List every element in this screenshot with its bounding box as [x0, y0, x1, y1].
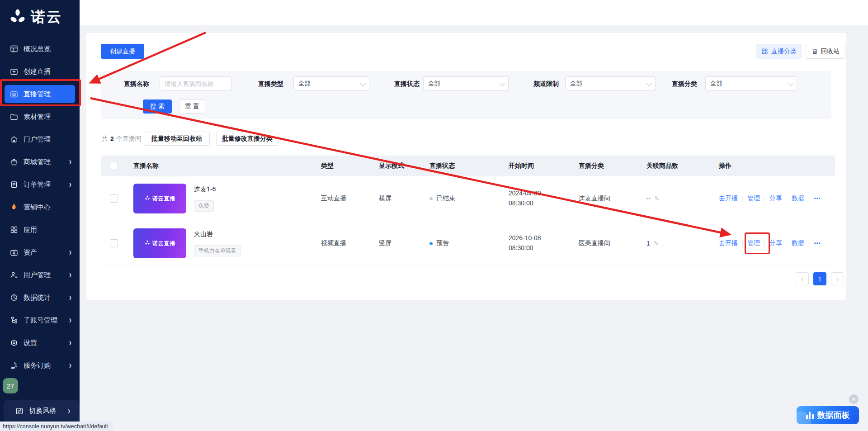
sidebar-item-overview[interactable]: 概况总览 — [5, 40, 75, 58]
live-category-button[interactable]: 直播分类 — [756, 44, 802, 59]
sidebar: 诺云 概况总览创建直播直播管理素材管理门户管理商城管理›订单管理›营销中心应用资… — [0, 0, 80, 431]
sidebar-item-material-manage[interactable]: 素材管理 — [5, 108, 75, 126]
channel-limit-select[interactable]: 全部 — [565, 76, 656, 91]
display-mode: 横屏 — [379, 194, 429, 203]
app-logo[interactable]: 诺云 — [8, 7, 62, 27]
recycle-bin-button[interactable]: 回收站 — [806, 44, 845, 59]
display-mode: 竖屏 — [379, 239, 429, 247]
sidebar-item-portal-manage[interactable]: 门户管理 — [5, 130, 75, 148]
live-status-value: 全部 — [428, 80, 440, 88]
sidebar-item-label: 商城管理 — [24, 158, 51, 166]
create-live-button[interactable]: 创建直播 — [101, 44, 144, 59]
table-header: 直播名称 类型 显示模式 直播状态 开始时间 直播分类 关联商品数 操作 — [101, 156, 835, 176]
live-category: 连麦直播间 — [579, 194, 646, 203]
row-checkbox[interactable] — [110, 194, 118, 203]
sidebar-item-settings[interactable]: 设置› — [5, 334, 75, 352]
category-grid-icon — [761, 48, 768, 55]
chevron-right-icon: › — [69, 156, 71, 167]
sidebar-item-create-live[interactable]: 创建直播 — [5, 62, 75, 81]
sidebar-item-apps[interactable]: 应用 — [5, 221, 75, 239]
chevron-down-icon — [788, 80, 794, 86]
switch-style-label: 切换风格 — [29, 407, 56, 415]
sidebar-item-live-manage[interactable]: 直播管理 — [5, 85, 75, 103]
action-share[interactable]: 分享 — [769, 239, 782, 247]
overview-icon — [10, 45, 18, 53]
live-name-input[interactable] — [160, 76, 232, 91]
sidebar-item-order-manage[interactable]: 订单管理› — [5, 175, 75, 194]
live-status: 预告 — [436, 239, 449, 247]
sidebar-item-switch-style[interactable]: 切换风格 › — [4, 400, 80, 422]
action-manage[interactable]: 管理 — [747, 194, 760, 203]
live-category-select[interactable]: 全部 — [705, 76, 797, 91]
page: 诺云 概况总览创建直播直播管理素材管理门户管理商城管理›订单管理›营销中心应用资… — [0, 0, 868, 431]
sidebar-item-marketing-center[interactable]: 营销中心 — [5, 198, 75, 216]
more-actions-icon[interactable]: ⋯ — [814, 194, 821, 203]
sidebar-green-badge[interactable]: 27 — [3, 378, 18, 393]
sidebar-item-subaccount-manage[interactable]: 子账号管理› — [5, 311, 75, 329]
action-share[interactable]: 分享 — [769, 194, 782, 203]
next-page-button[interactable]: › — [831, 272, 844, 285]
action-open-live[interactable]: 去开播 — [719, 239, 738, 247]
top-header — [80, 0, 868, 25]
product-count: 1 — [646, 240, 650, 247]
live-tag: 免费 — [194, 200, 214, 212]
action-open-live[interactable]: 去开播 — [719, 194, 738, 203]
batch-move-recycle-button[interactable]: 批量移动至回收站 — [144, 132, 210, 146]
sidebar-item-assets[interactable]: 资产› — [5, 243, 75, 261]
logo-text: 诺云 — [31, 7, 62, 27]
product-count: -- — [646, 195, 651, 202]
total-count: 2 — [110, 135, 114, 142]
prev-page-button[interactable]: ‹ — [796, 272, 809, 285]
status-dot — [429, 197, 433, 200]
service-order-icon — [10, 361, 18, 369]
action-manage[interactable]: 管理 — [747, 239, 760, 247]
action-data[interactable]: 数据 — [792, 239, 804, 247]
row-checkbox[interactable] — [110, 239, 118, 247]
action-data[interactable]: 数据 — [792, 194, 804, 203]
reset-button[interactable]: 重 置 — [179, 99, 205, 114]
create-live-icon — [10, 67, 18, 76]
sidebar-item-user-manage[interactable]: 用户管理› — [5, 266, 75, 284]
data-panel-button[interactable]: 数据面板 — [797, 406, 859, 424]
chevron-right-icon: › — [69, 246, 71, 258]
live-tag: 手机白名单观看 — [194, 245, 241, 256]
sidebar-item-label: 数据统计 — [24, 294, 51, 302]
live-type: 互动直播 — [321, 194, 379, 203]
select-all-checkbox[interactable] — [110, 162, 118, 170]
sidebar-item-service-order[interactable]: 服务订购› — [5, 356, 75, 374]
live-thumbnail: 诺云直播 — [133, 228, 186, 258]
live-category-filter-label: 直播分类 — [672, 76, 697, 91]
edit-icon[interactable]: ✎ — [654, 195, 660, 202]
material-manage-icon — [10, 113, 18, 121]
thumb-logo-text: 诺云直播 — [152, 195, 176, 203]
sidebar-item-label: 创建直播 — [24, 67, 51, 76]
live-category: 医美直播间 — [579, 239, 646, 247]
sidebar-item-mall-manage[interactable]: 商城管理› — [5, 153, 75, 171]
edit-icon[interactable]: ✎ — [654, 240, 659, 247]
col-status: 直播状态 — [429, 162, 509, 170]
close-data-panel-icon[interactable]: ✕ — [849, 394, 859, 404]
batch-edit-category-button[interactable]: 批量修改直播分类 — [216, 132, 278, 146]
chevron-right-icon: › — [69, 314, 71, 326]
chevron-right-icon: › — [69, 179, 71, 190]
start-time: 2026-10-0808:30:00 — [509, 233, 579, 253]
live-name-filter-label: 直播名称 — [124, 76, 149, 91]
live-table: 直播名称 类型 显示模式 直播状态 开始时间 直播分类 关联商品数 操作 诺云直… — [101, 156, 835, 266]
action-separator — [742, 196, 743, 202]
live-name: 火山岩 — [194, 230, 213, 238]
live-type-select[interactable]: 全部 — [293, 76, 369, 91]
live-type-value: 全部 — [298, 80, 311, 88]
live-name: 连麦1-6 — [194, 185, 216, 194]
current-page[interactable]: 1 — [813, 272, 826, 285]
col-mode: 显示模式 — [379, 162, 429, 170]
chevron-down-icon — [360, 80, 366, 86]
pagination: ‹ 1 › — [796, 272, 844, 285]
sidebar-item-data-stats[interactable]: 数据统计› — [5, 289, 75, 307]
live-status-select[interactable]: 全部 — [423, 76, 509, 91]
settings-icon — [10, 339, 18, 347]
chevron-right-icon: › — [69, 337, 71, 348]
trash-icon — [811, 48, 818, 55]
search-button[interactable]: 搜 索 — [143, 99, 172, 114]
channel-limit-value: 全部 — [570, 80, 582, 88]
more-actions-icon[interactable]: ⋯ — [814, 239, 821, 247]
